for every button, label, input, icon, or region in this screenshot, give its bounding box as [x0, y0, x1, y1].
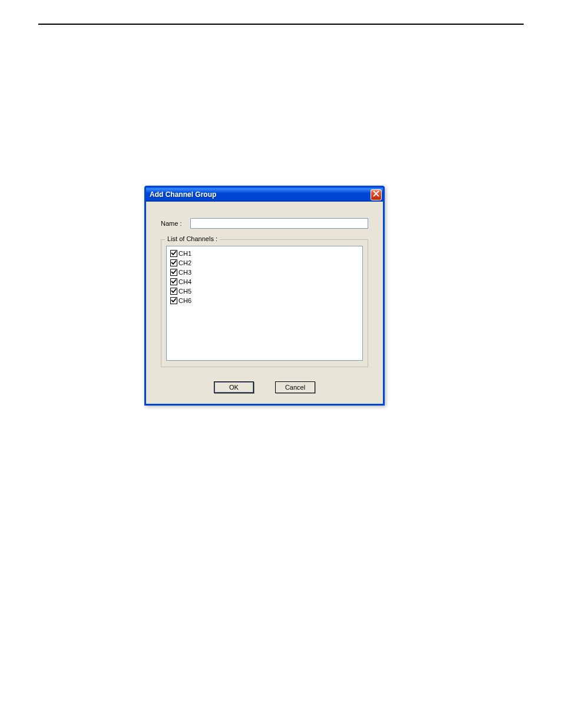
checkmark-icon [171, 268, 177, 277]
channels-legend: List of Channels : [165, 235, 220, 242]
close-icon [373, 190, 379, 199]
list-item[interactable]: CH1 [170, 249, 359, 258]
checkbox[interactable] [170, 288, 177, 295]
dialog-title: Add Channel Group [150, 190, 371, 199]
list-item[interactable]: CH4 [170, 277, 359, 286]
channels-fieldset: List of Channels : CH1 [161, 239, 368, 367]
checkbox[interactable] [170, 269, 177, 276]
checkmark-icon [171, 277, 177, 286]
channel-label: CH3 [178, 268, 191, 277]
name-input[interactable] [190, 218, 368, 229]
list-item[interactable]: CH5 [170, 286, 359, 296]
channel-label: CH6 [178, 296, 191, 305]
list-item[interactable]: CH3 [170, 268, 359, 277]
ok-button[interactable]: OK [214, 381, 254, 393]
add-channel-group-dialog: Add Channel Group Name : List of Channel… [144, 186, 385, 406]
checkmark-icon [171, 296, 177, 305]
name-label: Name : [161, 220, 190, 227]
channel-label: CH1 [178, 249, 191, 258]
close-button[interactable] [371, 189, 382, 200]
checkbox[interactable] [170, 278, 177, 285]
channels-list[interactable]: CH1 CH2 CH3 [166, 246, 363, 361]
checkmark-icon [171, 249, 177, 258]
channel-label: CH4 [178, 277, 191, 286]
dialog-body: Name : List of Channels : CH1 [146, 202, 383, 404]
titlebar[interactable]: Add Channel Group [146, 187, 383, 202]
channel-label: CH2 [178, 258, 191, 268]
button-row: OK Cancel [161, 381, 368, 393]
list-item[interactable]: CH6 [170, 296, 359, 305]
horizontal-rule [38, 24, 524, 25]
checkbox[interactable] [170, 250, 177, 257]
checkbox[interactable] [170, 297, 177, 304]
checkmark-icon [171, 258, 177, 268]
list-item[interactable]: CH2 [170, 258, 359, 268]
checkbox[interactable] [170, 259, 177, 266]
name-row: Name : [161, 218, 368, 229]
cancel-button[interactable]: Cancel [275, 381, 315, 393]
channel-label: CH5 [178, 286, 191, 296]
checkmark-icon [171, 286, 177, 296]
